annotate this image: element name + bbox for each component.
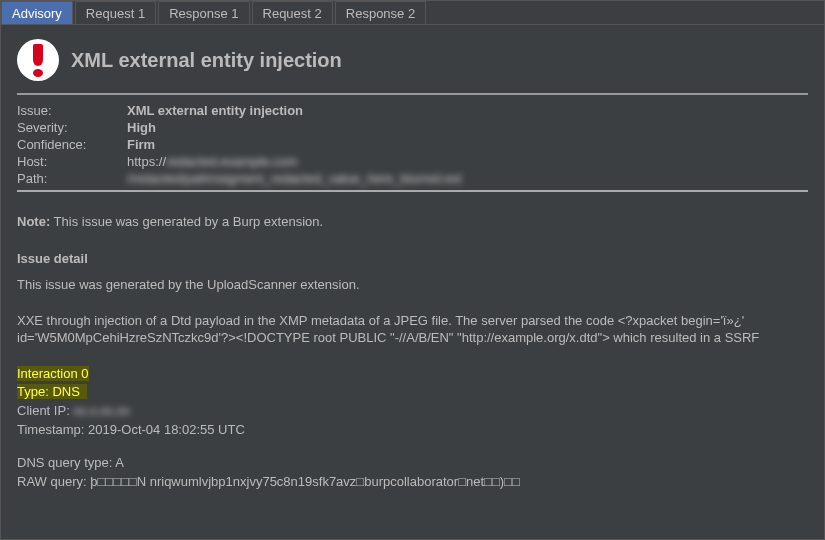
interaction-block: Interaction 0 Type: DNS Client IP: xx.x.… (17, 365, 808, 492)
meta-confidence-label: Confidence: (17, 137, 127, 152)
note-row: Note: This issue was generated by a Burp… (17, 214, 808, 229)
meta-host-value: https://redacted.example.com (127, 154, 808, 169)
dns-query-type-label: DNS query type: (17, 455, 115, 470)
interaction-type: Type: DNS (17, 384, 87, 399)
meta-confidence-value: Firm (127, 137, 808, 152)
meta-issue-label: Issue: (17, 103, 127, 118)
meta-severity-value: High (127, 120, 808, 135)
tab-bar: Advisory Request 1 Response 1 Request 2 … (1, 1, 824, 25)
advisory-panel: Advisory Request 1 Response 1 Request 2 … (0, 0, 825, 540)
issue-title: XML external entity injection (71, 49, 342, 72)
host-scheme: https:// (127, 154, 166, 169)
client-ip-value: xx.x.xx.xx (73, 403, 129, 418)
issue-title-row: XML external entity injection (17, 39, 808, 93)
interaction-header: Interaction 0 (17, 366, 89, 381)
tab-advisory[interactable]: Advisory (1, 1, 73, 24)
issue-meta: Issue: XML external entity injection Sev… (17, 103, 808, 186)
exclamation-icon (17, 39, 59, 81)
issue-detail-heading: Issue detail (17, 251, 808, 266)
path-redacted: /redacted/path/segment_redacted_value_he… (127, 171, 462, 186)
raw-query-value: þ□□□□□N nriqwumlvjbp1nxjvy75c8n19sfk7avz… (90, 474, 520, 489)
meta-severity-label: Severity: (17, 120, 127, 135)
divider (17, 190, 808, 192)
divider (17, 93, 808, 95)
meta-issue-value: XML external entity injection (127, 103, 808, 118)
tab-request-2[interactable]: Request 2 (252, 1, 333, 24)
note-label: Note: (17, 214, 50, 229)
host-redacted: redacted.example.com (166, 154, 298, 169)
tab-response-2[interactable]: Response 2 (335, 1, 426, 24)
raw-query-label: RAW query: (17, 474, 90, 489)
timestamp-value: 2019-Oct-04 18:02:55 UTC (88, 422, 245, 437)
dns-query-type-value: A (115, 455, 124, 470)
advisory-content: XML external entity injection Issue: XML… (1, 25, 824, 539)
detail-line-1: This issue was generated by the UploadSc… (17, 276, 808, 294)
meta-path-label: Path: (17, 171, 127, 186)
note-text: This issue was generated by a Burp exten… (50, 214, 323, 229)
client-ip-label: Client IP: (17, 403, 73, 418)
tab-request-1[interactable]: Request 1 (75, 1, 156, 24)
timestamp-label: Timestamp: (17, 422, 88, 437)
tab-response-1[interactable]: Response 1 (158, 1, 249, 24)
meta-path-value: /redacted/path/segment_redacted_value_he… (127, 171, 808, 186)
meta-host-label: Host: (17, 154, 127, 169)
detail-line-2: XXE through injection of a Dtd payload i… (17, 312, 808, 347)
